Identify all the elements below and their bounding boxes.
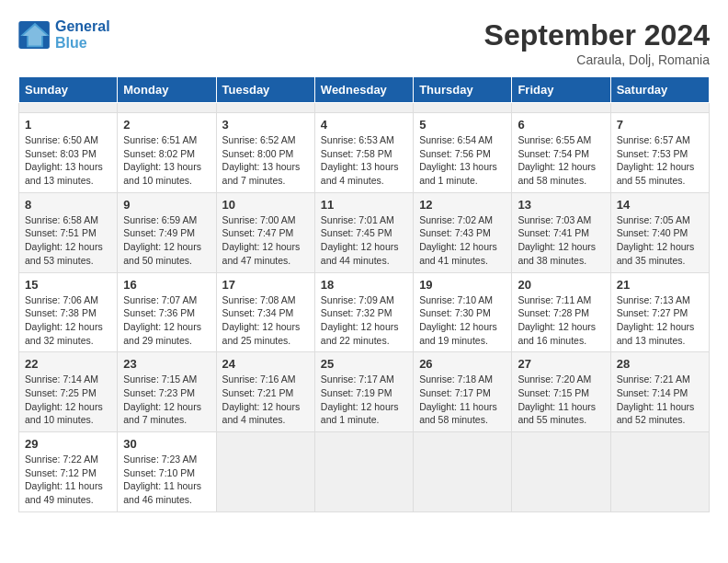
day-info: Sunrise: 7:15 AM Sunset: 7:23 PM Dayligh… (123, 373, 210, 427)
day-number: 10 (222, 198, 309, 212)
day-number: 14 (617, 198, 703, 212)
calendar-cell: 26Sunrise: 7:18 AM Sunset: 7:17 PM Dayli… (414, 352, 512, 432)
day-info: Sunrise: 7:00 AM Sunset: 7:47 PM Dayligh… (222, 213, 309, 268)
calendar-cell (19, 103, 118, 113)
day-info: Sunrise: 7:10 AM Sunset: 7:30 PM Dayligh… (419, 293, 506, 348)
calendar-cell: 5Sunrise: 6:54 AM Sunset: 7:56 PM Daylig… (414, 113, 512, 193)
calendar-cell: 27Sunrise: 7:20 AM Sunset: 7:15 PM Dayli… (512, 352, 610, 432)
day-info: Sunrise: 6:51 AM Sunset: 8:02 PM Dayligh… (123, 133, 210, 188)
calendar-cell (512, 103, 610, 113)
day-info: Sunrise: 7:17 AM Sunset: 7:19 PM Dayligh… (321, 373, 407, 427)
day-number: 7 (617, 118, 703, 132)
calendar-cell (118, 103, 216, 113)
col-header-friday: Friday (512, 77, 610, 103)
calendar-cell: 14Sunrise: 7:05 AM Sunset: 7:40 PM Dayli… (610, 192, 709, 272)
day-info: Sunrise: 7:01 AM Sunset: 7:45 PM Dayligh… (321, 213, 407, 268)
calendar-table: SundayMondayTuesdayWednesdayThursdayFrid… (18, 76, 710, 512)
col-header-thursday: Thursday (414, 77, 512, 103)
calendar-cell: 13Sunrise: 7:03 AM Sunset: 7:41 PM Dayli… (512, 192, 610, 272)
day-number: 29 (25, 437, 111, 451)
calendar-cell (314, 432, 413, 512)
calendar-cell: 25Sunrise: 7:17 AM Sunset: 7:19 PM Dayli… (314, 352, 413, 432)
day-info: Sunrise: 7:22 AM Sunset: 7:12 PM Dayligh… (25, 453, 111, 507)
calendar-cell: 11Sunrise: 7:01 AM Sunset: 7:45 PM Dayli… (314, 192, 413, 272)
day-number: 16 (123, 278, 210, 292)
day-number: 9 (123, 198, 210, 212)
day-info: Sunrise: 6:57 AM Sunset: 7:53 PM Dayligh… (617, 133, 703, 188)
day-number: 25 (321, 357, 407, 371)
day-info: Sunrise: 6:54 AM Sunset: 7:56 PM Dayligh… (419, 133, 506, 188)
calendar-cell: 20Sunrise: 7:11 AM Sunset: 7:28 PM Dayli… (512, 272, 610, 352)
day-number: 4 (321, 118, 407, 132)
logo-icon (18, 21, 51, 49)
calendar-cell: 3Sunrise: 6:52 AM Sunset: 8:00 PM Daylig… (216, 113, 314, 193)
calendar-cell (216, 103, 314, 113)
col-header-wednesday: Wednesday (314, 77, 413, 103)
calendar-cell: 29Sunrise: 7:22 AM Sunset: 7:12 PM Dayli… (19, 432, 118, 512)
day-info: Sunrise: 6:58 AM Sunset: 7:51 PM Dayligh… (25, 213, 111, 268)
day-number: 19 (419, 278, 506, 292)
calendar-cell: 24Sunrise: 7:16 AM Sunset: 7:21 PM Dayli… (216, 352, 314, 432)
day-info: Sunrise: 6:53 AM Sunset: 7:58 PM Dayligh… (321, 133, 407, 188)
title-block: September 2024 Caraula, Dolj, Romania (484, 18, 710, 67)
day-number: 30 (123, 437, 210, 451)
col-header-monday: Monday (118, 77, 216, 103)
day-number: 13 (518, 198, 604, 212)
col-header-saturday: Saturday (610, 77, 709, 103)
col-header-tuesday: Tuesday (216, 77, 314, 103)
calendar-cell (610, 103, 709, 113)
calendar-cell (314, 103, 413, 113)
calendar-cell: 9Sunrise: 6:59 AM Sunset: 7:49 PM Daylig… (118, 192, 216, 272)
day-number: 28 (617, 357, 703, 371)
calendar-cell (610, 432, 709, 512)
day-info: Sunrise: 7:21 AM Sunset: 7:14 PM Dayligh… (617, 373, 703, 427)
day-number: 26 (419, 357, 506, 371)
day-info: Sunrise: 7:16 AM Sunset: 7:21 PM Dayligh… (222, 373, 309, 427)
calendar-cell: 22Sunrise: 7:14 AM Sunset: 7:25 PM Dayli… (19, 352, 118, 432)
calendar-cell (216, 432, 314, 512)
calendar-cell: 6Sunrise: 6:55 AM Sunset: 7:54 PM Daylig… (512, 113, 610, 193)
col-header-sunday: Sunday (19, 77, 118, 103)
day-number: 20 (518, 278, 604, 292)
day-info: Sunrise: 7:07 AM Sunset: 7:36 PM Dayligh… (123, 293, 210, 348)
page-header: General Blue September 2024 Caraula, Dol… (18, 18, 710, 67)
location: Caraula, Dolj, Romania (484, 52, 710, 67)
day-info: Sunrise: 6:55 AM Sunset: 7:54 PM Dayligh… (518, 133, 604, 188)
day-number: 22 (25, 357, 111, 371)
day-number: 23 (123, 357, 210, 371)
day-number: 27 (518, 357, 604, 371)
calendar-cell: 19Sunrise: 7:10 AM Sunset: 7:30 PM Dayli… (414, 272, 512, 352)
calendar-cell (414, 103, 512, 113)
day-number: 24 (222, 357, 309, 371)
day-number: 6 (518, 118, 604, 132)
calendar-cell: 10Sunrise: 7:00 AM Sunset: 7:47 PM Dayli… (216, 192, 314, 272)
day-info: Sunrise: 7:06 AM Sunset: 7:38 PM Dayligh… (25, 293, 111, 348)
calendar-cell: 4Sunrise: 6:53 AM Sunset: 7:58 PM Daylig… (314, 113, 413, 193)
logo: General Blue (18, 18, 110, 52)
day-info: Sunrise: 7:03 AM Sunset: 7:41 PM Dayligh… (518, 213, 604, 268)
calendar-cell: 28Sunrise: 7:21 AM Sunset: 7:14 PM Dayli… (610, 352, 709, 432)
day-number: 5 (419, 118, 506, 132)
day-info: Sunrise: 7:20 AM Sunset: 7:15 PM Dayligh… (518, 373, 604, 427)
day-info: Sunrise: 6:59 AM Sunset: 7:49 PM Dayligh… (123, 213, 210, 268)
day-info: Sunrise: 7:05 AM Sunset: 7:40 PM Dayligh… (617, 213, 703, 268)
day-info: Sunrise: 7:18 AM Sunset: 7:17 PM Dayligh… (419, 373, 506, 427)
day-info: Sunrise: 7:09 AM Sunset: 7:32 PM Dayligh… (321, 293, 407, 348)
calendar-cell: 12Sunrise: 7:02 AM Sunset: 7:43 PM Dayli… (414, 192, 512, 272)
day-number: 11 (321, 198, 407, 212)
calendar-cell: 15Sunrise: 7:06 AM Sunset: 7:38 PM Dayli… (19, 272, 118, 352)
logo-text: General Blue (55, 18, 110, 52)
calendar-cell: 8Sunrise: 6:58 AM Sunset: 7:51 PM Daylig… (19, 192, 118, 272)
calendar-cell: 18Sunrise: 7:09 AM Sunset: 7:32 PM Dayli… (314, 272, 413, 352)
day-info: Sunrise: 7:08 AM Sunset: 7:34 PM Dayligh… (222, 293, 309, 348)
day-number: 8 (25, 198, 111, 212)
day-number: 3 (222, 118, 309, 132)
day-info: Sunrise: 7:13 AM Sunset: 7:27 PM Dayligh… (617, 293, 703, 348)
day-number: 15 (25, 278, 111, 292)
day-number: 21 (617, 278, 703, 292)
calendar-cell: 23Sunrise: 7:15 AM Sunset: 7:23 PM Dayli… (118, 352, 216, 432)
calendar-cell: 21Sunrise: 7:13 AM Sunset: 7:27 PM Dayli… (610, 272, 709, 352)
calendar-cell (414, 432, 512, 512)
day-info: Sunrise: 7:11 AM Sunset: 7:28 PM Dayligh… (518, 293, 604, 348)
day-number: 2 (123, 118, 210, 132)
